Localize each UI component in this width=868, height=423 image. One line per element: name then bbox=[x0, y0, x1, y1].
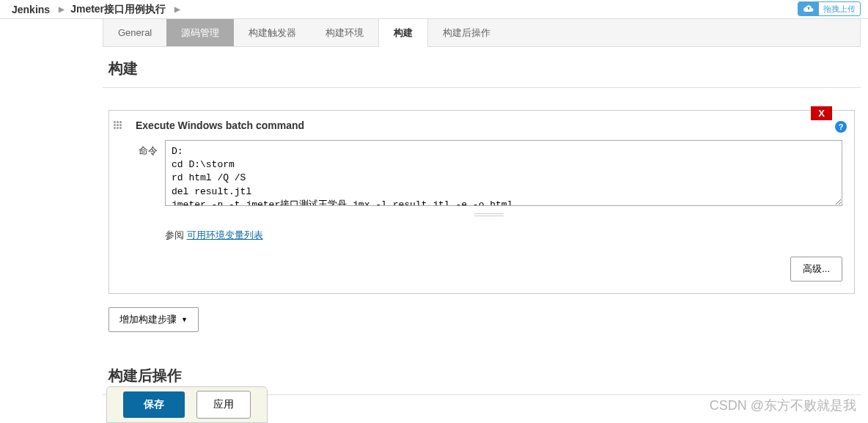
breadcrumb-root[interactable]: Jenkins bbox=[12, 4, 50, 15]
tab-scm[interactable]: 源码管理 bbox=[166, 19, 234, 46]
build-step-title: Execute Windows batch command bbox=[136, 119, 842, 131]
env-vars-link[interactable]: 可用环境变量列表 bbox=[187, 229, 263, 240]
left-gutter bbox=[0, 19, 95, 423]
command-input[interactable] bbox=[165, 140, 842, 206]
resize-grip[interactable] bbox=[136, 207, 842, 218]
command-label: 命令 bbox=[128, 140, 165, 158]
tab-env[interactable]: 构建环境 bbox=[311, 19, 378, 46]
build-step-block: X ? Execute Windows batch command 命令 参阅 … bbox=[108, 110, 855, 294]
save-button[interactable]: 保存 bbox=[123, 391, 185, 418]
add-build-step-label: 增加构建步骤 bbox=[119, 313, 177, 326]
chevron-right-icon: ▶ bbox=[174, 5, 180, 13]
upload-label: 拖拽上传 bbox=[819, 4, 860, 15]
reference-row: 参阅 可用环境变量列表 bbox=[165, 229, 842, 242]
bottom-action-bar: 保存 应用 bbox=[106, 386, 268, 423]
help-icon[interactable]: ? bbox=[835, 121, 847, 133]
drag-handle-icon[interactable] bbox=[114, 121, 124, 131]
chevron-right-icon: ▶ bbox=[59, 5, 65, 13]
cloud-upload-icon bbox=[798, 2, 819, 15]
ref-prefix: 参阅 bbox=[165, 229, 187, 240]
tab-general[interactable]: General bbox=[103, 19, 166, 46]
tab-triggers[interactable]: 构建触发器 bbox=[234, 19, 311, 46]
section-build-title: 构建 bbox=[103, 47, 861, 88]
upload-button[interactable]: 拖拽上传 bbox=[798, 1, 861, 16]
config-tabs: General 源码管理 构建触发器 构建环境 构建 构建后操作 bbox=[103, 19, 861, 47]
tab-build[interactable]: 构建 bbox=[378, 19, 428, 47]
chevron-down-icon: ▼ bbox=[181, 316, 188, 323]
breadcrumb: Jenkins ▶ Jmeter接口用例执行 ▶ bbox=[0, 0, 868, 19]
delete-step-button[interactable]: X bbox=[811, 106, 832, 120]
add-build-step-button[interactable]: 增加构建步骤 ▼ bbox=[108, 307, 199, 332]
tab-post[interactable]: 构建后操作 bbox=[428, 19, 505, 46]
breadcrumb-project[interactable]: Jmeter接口用例执行 bbox=[70, 3, 166, 16]
apply-button[interactable]: 应用 bbox=[196, 391, 251, 419]
advanced-button[interactable]: 高级... bbox=[790, 257, 842, 282]
